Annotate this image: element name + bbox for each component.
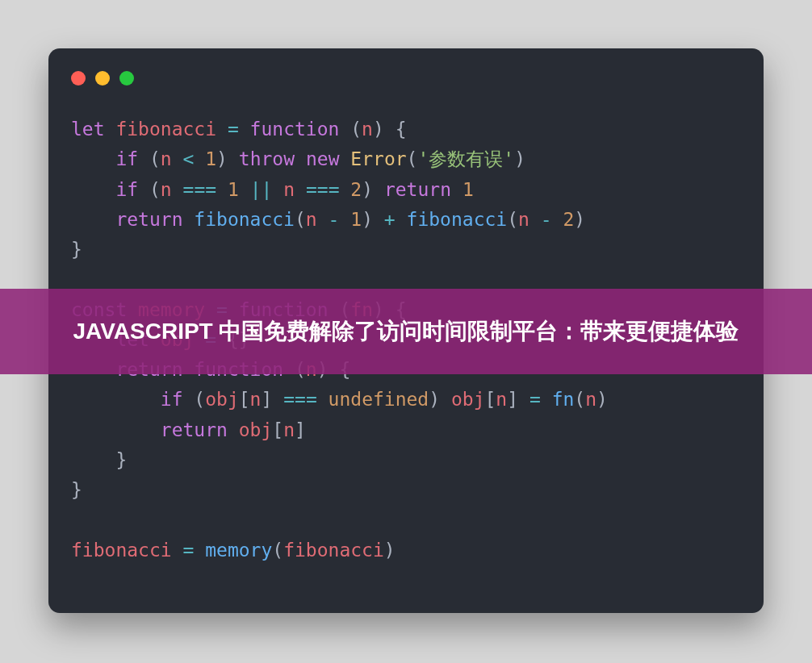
window-controls bbox=[71, 71, 741, 85]
brace-close: } bbox=[71, 239, 82, 260]
banner-overlay: JAVASCRIPT 中国免费解除了访问时间限制平台：带来更便捷体验 bbox=[0, 289, 812, 374]
banner-text: JAVASCRIPT 中国免费解除了访问时间限制平台：带来更便捷体验 bbox=[73, 314, 739, 348]
call-fn: fn bbox=[552, 389, 575, 410]
brace-open: { bbox=[396, 119, 407, 140]
id-fibonacci: fibonacci bbox=[115, 119, 216, 140]
paren-close: ) bbox=[373, 119, 384, 140]
kw-function: function bbox=[250, 119, 340, 140]
kw-if: if bbox=[115, 148, 138, 169]
kw-let: let bbox=[71, 119, 105, 140]
call-fibonacci: fibonacci bbox=[194, 209, 295, 230]
kw-new: new bbox=[306, 148, 340, 169]
undefined-literal: undefined bbox=[329, 389, 429, 410]
minimize-icon[interactable] bbox=[95, 71, 110, 85]
op-assign: = bbox=[228, 119, 239, 140]
cls-error: Error bbox=[350, 148, 406, 169]
string-error-msg: '参数有误' bbox=[417, 148, 514, 169]
maximize-icon[interactable] bbox=[119, 71, 134, 85]
paren-open: ( bbox=[350, 119, 362, 140]
param-n: n bbox=[362, 119, 373, 140]
call-memory: memory bbox=[205, 540, 272, 561]
close-icon[interactable] bbox=[71, 71, 86, 85]
kw-throw: throw bbox=[239, 148, 295, 169]
